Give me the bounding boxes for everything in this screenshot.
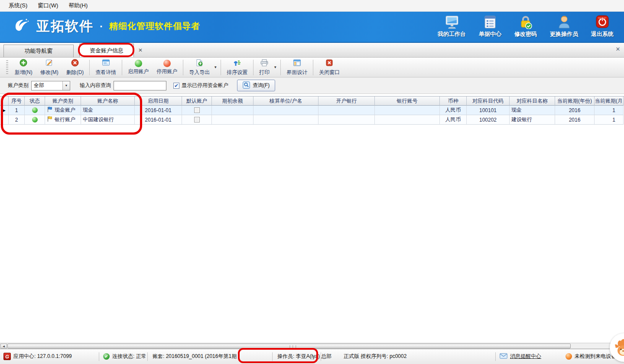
search-input[interactable] <box>114 81 166 90</box>
tab-fund-account-info[interactable]: 资金账户信息 <box>79 44 134 57</box>
col-header-default[interactable]: 默认账户 <box>182 97 212 106</box>
col-header-seq[interactable]: 序号 <box>9 97 25 106</box>
menu-system[interactable]: 系统(S) <box>3 0 32 11</box>
tab-close-icon[interactable]: ✕ <box>137 47 144 54</box>
app-center-status: G 应用中心: 127.0.0.1:7099 <box>3 353 72 360</box>
toolbar-grip[interactable] <box>6 60 8 75</box>
status-separator <box>272 352 273 361</box>
sort-settings-label: 排序设置 <box>227 69 247 76</box>
add-button[interactable]: 新增(N) <box>11 58 36 77</box>
col-header-unit-name[interactable]: 核算单位/户名 <box>254 97 318 106</box>
menu-help[interactable]: 帮助(H) <box>63 0 93 11</box>
tabstrip-close-icon[interactable]: ✕ <box>614 45 621 52</box>
cell-subject-code: 100202 <box>467 115 510 125</box>
col-header-opening-balance[interactable]: 期初余额 <box>212 97 254 106</box>
close-window-label: 关闭窗口 <box>319 69 340 76</box>
col-header-category[interactable]: 账户类别 <box>45 97 81 106</box>
import-export-icon <box>195 59 203 68</box>
app-banner: 亚拓软件 · 精细化管理软件倡导者 我的工作台 <box>0 12 624 42</box>
cell-category-text: 现金账户 <box>55 106 75 114</box>
envelope-icon <box>500 353 507 360</box>
operator-text: 操作员: 李亚A(lya) 总部 <box>277 353 332 360</box>
edit-button[interactable]: 修改(M) <box>36 58 62 77</box>
query-button-label: 查询(F) <box>253 82 270 89</box>
delete-button[interactable]: 删除(D) <box>62 58 88 77</box>
col-header-start-date[interactable]: 启用日期 <box>135 97 182 106</box>
cell-unit-name <box>254 106 318 115</box>
ui-design-label: 界面设计 <box>286 69 307 76</box>
col-header-bank[interactable]: 开户银行 <box>318 97 375 106</box>
user-icon <box>557 15 571 29</box>
cell-unit-name <box>254 115 318 125</box>
menu-window[interactable]: 窗口(W) <box>32 0 63 11</box>
change-password-button[interactable]: 修改密码 <box>510 14 541 39</box>
cell-start-date: 2016-01-01 <box>135 106 182 115</box>
view-details-icon <box>102 59 110 68</box>
delete-icon <box>71 59 79 68</box>
view-details-label: 查看详情 <box>95 69 116 76</box>
print-icon <box>260 59 269 68</box>
disable-account-button[interactable]: 停用账户 <box>153 58 181 77</box>
col-header-bank-account[interactable]: 银行账号 <box>375 97 440 106</box>
app-logo-icon: G <box>3 353 11 360</box>
blue-flag-icon <box>47 106 52 114</box>
scrollbar-thumb[interactable]: ❘❘❘ <box>7 344 571 348</box>
ui-design-button[interactable]: 界面设计 <box>283 58 311 77</box>
category-select[interactable]: 全部 ▼ <box>31 81 70 90</box>
col-header-period-month[interactable]: 当前账期(月 <box>595 97 624 106</box>
enable-account-button[interactable]: 启用账户 <box>124 58 153 77</box>
brand-area: 亚拓软件 · 精细化管理软件倡导者 <box>12 16 200 36</box>
import-export-button[interactable]: 导入导出 <box>185 58 214 77</box>
cell-default <box>182 106 212 115</box>
cell-bank <box>318 106 375 115</box>
close-window-icon <box>325 59 333 68</box>
operator-status: 操作员: 李亚A(lya) 总部 <box>277 353 332 360</box>
status-separator <box>321 352 321 361</box>
disable-account-label: 停用账户 <box>156 68 177 75</box>
col-header-name[interactable]: 账户名称 <box>81 97 135 106</box>
col-header-status[interactable]: 状态 <box>25 97 45 106</box>
cell-category-text: 银行账户 <box>55 116 75 123</box>
cell-opening-balance <box>212 115 254 125</box>
query-button[interactable]: 查询(F) <box>237 80 275 91</box>
col-header-subject-name[interactable]: 对应科目名称 <box>510 97 555 106</box>
table-row[interactable]: 2 银行账户 中国建设银行 2016-01-01 人民币 100202 建设银行… <box>0 115 624 125</box>
show-disabled-checkbox[interactable]: ✔ 显示已停用资金帐户 <box>173 82 231 89</box>
orange-status-icon <box>566 353 572 360</box>
status-separator <box>495 352 496 361</box>
scroll-left-icon[interactable]: ◀ <box>0 344 7 348</box>
import-export-dropdown-icon[interactable]: ▼ <box>214 65 217 69</box>
cell-bank-account <box>375 106 440 115</box>
ui-design-icon <box>293 59 301 68</box>
close-window-button[interactable]: 关闭窗口 <box>315 58 344 77</box>
category-selected-value: 全部 <box>32 82 62 89</box>
toolbar-separator <box>89 60 90 75</box>
connection-text: 连接状态: 正常 <box>112 353 146 360</box>
switch-operator-button[interactable]: 更换操作员 <box>546 14 582 39</box>
cell-name: 中国建设银行 <box>81 115 135 125</box>
exit-system-label: 退出系统 <box>591 30 614 38</box>
checkbox-checked-icon: ✔ <box>173 83 179 89</box>
document-center-button[interactable]: 单据中心 <box>474 14 506 39</box>
cell-name: 现金 <box>81 106 135 115</box>
exit-system-button[interactable]: 退出系统 <box>587 14 618 39</box>
view-details-button[interactable]: 查看详情 <box>91 58 120 77</box>
checkbox-unchecked-icon[interactable] <box>194 107 200 113</box>
table-row[interactable]: ▶ 1 现金账户 现金 2016-01-01 人民币 100101 现金 201… <box>0 106 624 115</box>
tab-function-navigator[interactable]: 功能导航窗 <box>3 45 74 57</box>
sort-settings-button[interactable]: 排序设置 <box>223 58 251 77</box>
workbench-button[interactable]: 我的工作台 <box>433 14 470 39</box>
col-header-subject-code[interactable]: 对应科目代码 <box>467 97 510 106</box>
print-dropdown-icon[interactable]: ▼ <box>273 65 277 69</box>
message-center-text[interactable]: 消息提醒中心 <box>510 353 541 360</box>
print-button[interactable]: 打印 <box>255 58 273 77</box>
horizontal-scrollbar[interactable]: ◀ ❘❘❘ <box>0 343 624 349</box>
col-header-period-year[interactable]: 当前账期(年份) <box>555 97 595 106</box>
filter-bar: 账户类别 全部 ▼ 输入内容查询 ✔ 显示已停用资金帐户 查询(F) <box>0 77 624 94</box>
table-header-row: 序号 状态 账户类别 账户名称 启用日期 默认账户 期初余额 核算单位/户名 开… <box>0 97 624 106</box>
message-center-link[interactable]: 消息提醒中心 <box>500 353 541 360</box>
checkbox-unchecked-icon[interactable] <box>194 117 200 122</box>
chevron-down-icon[interactable]: ▼ <box>62 81 70 90</box>
col-header-currency[interactable]: 币种 <box>440 97 467 106</box>
disable-account-icon <box>163 60 171 67</box>
